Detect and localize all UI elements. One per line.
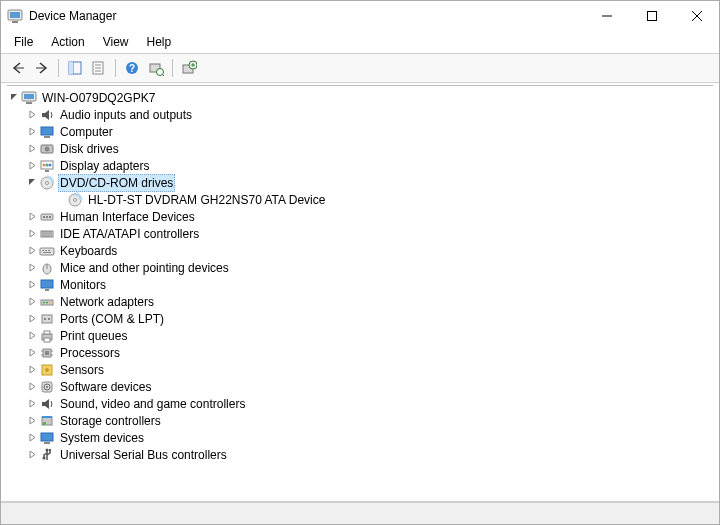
sensor-icon bbox=[39, 362, 55, 378]
toolbar-separator bbox=[115, 59, 116, 77]
tree-node[interactable]: IDE ATA/ATAPI controllers bbox=[1, 225, 719, 242]
tree-node[interactable]: Ports (COM & LPT) bbox=[1, 310, 719, 327]
menu-action[interactable]: Action bbox=[42, 33, 93, 51]
svg-rect-69 bbox=[44, 338, 50, 342]
expand-toggle[interactable] bbox=[25, 159, 39, 173]
tree-node[interactable]: Storage controllers bbox=[1, 412, 719, 429]
scan-hardware-button[interactable] bbox=[145, 57, 167, 79]
tree-node[interactable]: HL-DT-ST DVDRAM GH22NS70 ATA Device bbox=[1, 191, 719, 208]
disk-icon bbox=[39, 141, 55, 157]
menu-file[interactable]: File bbox=[5, 33, 42, 51]
tree-node[interactable]: Software devices bbox=[1, 378, 719, 395]
expand-toggle[interactable] bbox=[25, 380, 39, 394]
update-driver-button[interactable] bbox=[178, 57, 200, 79]
collapse-toggle[interactable] bbox=[7, 91, 21, 105]
expand-toggle[interactable] bbox=[25, 142, 39, 156]
collapse-toggle[interactable] bbox=[25, 176, 39, 190]
expand-toggle[interactable] bbox=[25, 346, 39, 360]
menu-help[interactable]: Help bbox=[138, 33, 181, 51]
tree-node-label: Display adapters bbox=[58, 158, 151, 174]
tree-node[interactable]: System devices bbox=[1, 429, 719, 446]
tree-node-label: Monitors bbox=[58, 277, 108, 293]
svg-rect-11 bbox=[69, 62, 73, 74]
tree-node-label: DVD/CD-ROM drives bbox=[58, 174, 175, 192]
minimize-button[interactable] bbox=[584, 1, 629, 31]
tree-node-label: System devices bbox=[58, 430, 146, 446]
expand-toggle[interactable] bbox=[25, 108, 39, 122]
tree-node[interactable]: Mice and other pointing devices bbox=[1, 259, 719, 276]
network-icon bbox=[39, 294, 55, 310]
tree-node[interactable]: Computer bbox=[1, 123, 719, 140]
svg-point-62 bbox=[46, 301, 48, 303]
toolbar-separator bbox=[172, 59, 173, 77]
svg-point-61 bbox=[43, 301, 45, 303]
tree-node[interactable]: Monitors bbox=[1, 276, 719, 293]
expand-toggle[interactable] bbox=[25, 210, 39, 224]
expand-toggle[interactable] bbox=[25, 278, 39, 292]
expand-toggle[interactable] bbox=[25, 414, 39, 428]
expand-toggle[interactable] bbox=[25, 397, 39, 411]
tree-node-label: Software devices bbox=[58, 379, 153, 395]
svg-point-65 bbox=[44, 318, 46, 320]
expand-toggle[interactable] bbox=[25, 261, 39, 275]
titlebar: Device Manager bbox=[1, 1, 719, 31]
back-button[interactable] bbox=[7, 57, 29, 79]
svg-point-44 bbox=[49, 216, 51, 218]
svg-rect-1 bbox=[10, 12, 20, 18]
svg-rect-64 bbox=[42, 315, 52, 323]
tree-node[interactable]: Sensors bbox=[1, 361, 719, 378]
mouse-icon bbox=[39, 260, 55, 276]
properties-button[interactable] bbox=[88, 57, 110, 79]
svg-point-42 bbox=[43, 216, 45, 218]
expand-toggle[interactable] bbox=[25, 244, 39, 258]
port-icon bbox=[39, 311, 55, 327]
svg-point-19 bbox=[157, 69, 164, 76]
expand-toggle[interactable] bbox=[25, 431, 39, 445]
dvd-icon bbox=[67, 192, 83, 208]
svg-rect-51 bbox=[40, 248, 54, 255]
expand-toggle[interactable] bbox=[25, 329, 39, 343]
tree-node[interactable]: Sound, video and game controllers bbox=[1, 395, 719, 412]
device-tree[interactable]: WIN-O079DQ2GPK7 Audio inputs and outputs… bbox=[1, 83, 719, 502]
toolbar-separator bbox=[58, 59, 59, 77]
expand-toggle[interactable] bbox=[25, 448, 39, 462]
svg-point-40 bbox=[74, 198, 77, 201]
tree-node-label: Sound, video and game controllers bbox=[58, 396, 247, 412]
close-button[interactable] bbox=[674, 1, 719, 31]
software-icon bbox=[39, 379, 55, 395]
tree-node[interactable]: Display adapters bbox=[1, 157, 719, 174]
hid-icon bbox=[39, 209, 55, 225]
help-button[interactable]: ? bbox=[121, 57, 143, 79]
tree-node[interactable]: Audio inputs and outputs bbox=[1, 106, 719, 123]
tree-node[interactable]: Human Interface Devices bbox=[1, 208, 719, 225]
expand-toggle[interactable] bbox=[25, 312, 39, 326]
tree-node-label: IDE ATA/ATAPI controllers bbox=[58, 226, 201, 242]
tree-node[interactable]: Processors bbox=[1, 344, 719, 361]
tree-node[interactable]: Disk drives bbox=[1, 140, 719, 157]
tree-node[interactable]: Universal Serial Bus controllers bbox=[1, 446, 719, 463]
svg-rect-54 bbox=[48, 250, 50, 251]
tree-node-label: Mice and other pointing devices bbox=[58, 260, 231, 276]
tree-node[interactable]: Network adapters bbox=[1, 293, 719, 310]
tree-node[interactable]: Keyboards bbox=[1, 242, 719, 259]
expand-toggle[interactable] bbox=[25, 227, 39, 241]
toolbar: ? bbox=[1, 53, 719, 83]
computer-icon bbox=[39, 124, 55, 140]
maximize-button[interactable] bbox=[629, 1, 674, 31]
expand-toggle[interactable] bbox=[25, 295, 39, 309]
tree-root-node[interactable]: WIN-O079DQ2GPK7 bbox=[1, 89, 719, 106]
tree-node-label: Sensors bbox=[58, 362, 106, 378]
tree-node-label: Network adapters bbox=[58, 294, 156, 310]
tree-node[interactable]: DVD/CD-ROM drives bbox=[1, 174, 719, 191]
menu-view[interactable]: View bbox=[94, 33, 138, 51]
show-hide-console-button[interactable] bbox=[64, 57, 86, 79]
expand-toggle[interactable] bbox=[25, 125, 39, 139]
expand-toggle[interactable] bbox=[25, 363, 39, 377]
tree-node-label: WIN-O079DQ2GPK7 bbox=[40, 90, 157, 106]
tree-node-label: Computer bbox=[58, 124, 115, 140]
tree-node-label: Ports (COM & LPT) bbox=[58, 311, 166, 327]
tree-node[interactable]: Print queues bbox=[1, 327, 719, 344]
audio-icon bbox=[39, 107, 55, 123]
system-icon bbox=[39, 430, 55, 446]
forward-button[interactable] bbox=[31, 57, 53, 79]
